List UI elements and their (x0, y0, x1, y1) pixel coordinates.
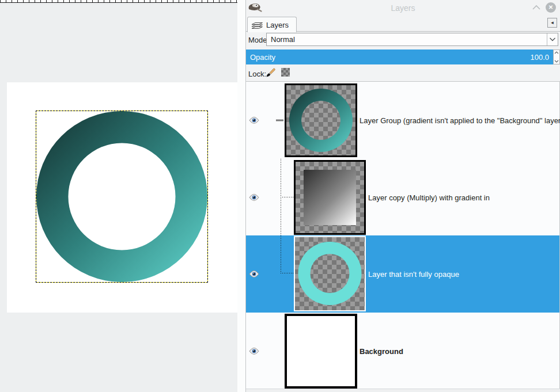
layer-row-background[interactable]: Background (246, 313, 559, 389)
layer-thumbnail-background[interactable] (285, 314, 357, 389)
mode-dropdown[interactable]: Normal (266, 33, 558, 46)
lock-label: Lock: (248, 70, 266, 78)
tab-menu-button[interactable]: ◂ (547, 18, 557, 28)
layer-name[interactable]: Layer copy (Multiply) with gradient in (368, 193, 490, 201)
chevron-down-icon (547, 33, 558, 45)
visibility-eye-icon[interactable] (249, 117, 259, 124)
collapse-dock-icon[interactable] (532, 5, 541, 10)
dock-title: Layers (246, 3, 560, 13)
layer-name[interactable]: Background (360, 347, 403, 355)
opacity-slider[interactable]: Opacity 100.0 (246, 50, 553, 64)
layer-name[interactable]: Layer that isn't fully opaque (368, 270, 459, 279)
opacity-label: Opacity (250, 53, 275, 62)
layer-name[interactable]: Layer Group (gradient isn't applied to t… (360, 116, 560, 125)
layer-row-group[interactable]: Layer Group (gradient isn't applied to t… (246, 82, 559, 159)
group-tree-line (281, 159, 281, 273)
gradient-ring-artwork (36, 111, 207, 282)
layer-thumbnail-cyan-ring[interactable] (294, 236, 366, 311)
image-canvas[interactable] (0, 0, 237, 392)
layer-list: Layer Group (gradient isn't applied to t… (246, 81, 560, 389)
tab-layers[interactable]: Layers (247, 17, 297, 32)
spinner-down-icon (554, 60, 559, 63)
group-tree-connector (281, 273, 294, 273)
layers-stack-icon (251, 20, 263, 29)
lock-alpha-icon[interactable] (281, 68, 290, 77)
layer-row-not-opaque[interactable]: Layer that isn't fully opaque (246, 235, 559, 313)
opacity-value: 100.0 (530, 53, 549, 62)
dock-tab-bar: Layers ◂ (246, 16, 560, 32)
group-expander-icon[interactable] (276, 120, 283, 121)
close-dock-button[interactable]: ✕ (546, 2, 556, 13)
layers-dock: Layers ✕ Layers ◂ Mode: Normal (246, 0, 560, 392)
dock-splitter[interactable] (237, 0, 246, 392)
visibility-eye-icon[interactable] (249, 193, 259, 201)
layer-boundary (36, 111, 208, 283)
layer-thumbnail-gradient[interactable] (294, 160, 366, 235)
opacity-spinner[interactable] (553, 50, 560, 64)
tab-layers-label: Layers (266, 21, 289, 29)
mode-value: Normal (267, 35, 547, 44)
gimp-window: Layers ✕ Layers ◂ Mode: Normal (0, 0, 560, 392)
group-tree-connector (281, 197, 294, 197)
dock-bottom-edge (246, 389, 560, 392)
visibility-eye-icon[interactable] (249, 271, 259, 278)
dock-titlebar[interactable]: Layers ✕ (246, 0, 560, 16)
lock-pixels-brush-icon[interactable] (266, 67, 277, 78)
layer-thumbnail-group[interactable] (285, 83, 357, 157)
spinner-up-icon (554, 51, 559, 54)
horizontal-ruler (0, 0, 237, 3)
visibility-eye-icon[interactable] (249, 347, 259, 355)
